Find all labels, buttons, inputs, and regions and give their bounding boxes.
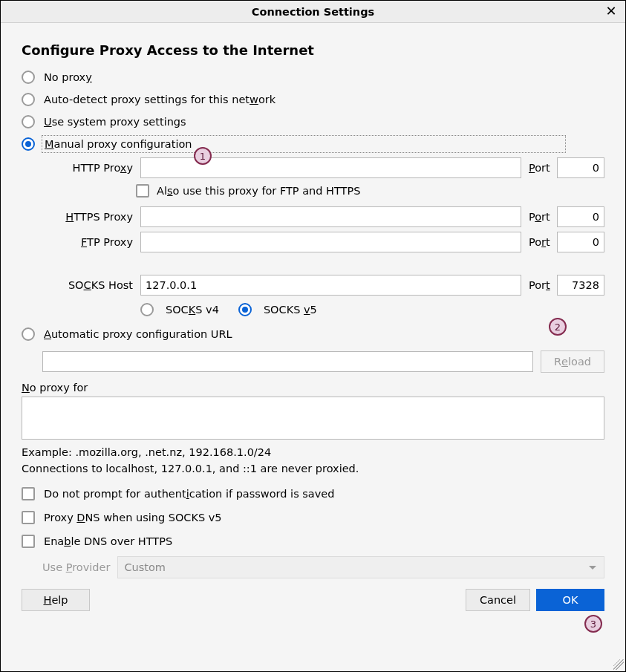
manual-proxy-grid: HTTP Proxy Port Also use this proxy for … <box>42 157 604 316</box>
checkbox-doh-label: Enable DNS over HTTPS <box>44 535 172 547</box>
radio-autodetect-label: Auto-detect proxy settings for this netw… <box>44 94 275 105</box>
radio-no-proxy[interactable] <box>22 71 35 84</box>
checkbox-no-prompt-auth[interactable] <box>22 487 35 500</box>
radio-autodetect[interactable] <box>22 93 35 106</box>
socks-port-input[interactable] <box>557 275 604 296</box>
ftp-port-label: Port <box>524 236 554 248</box>
provider-select: Custom <box>117 556 604 578</box>
radio-autoconf[interactable] <box>22 327 35 341</box>
socks-port-label: Port <box>524 279 554 291</box>
https-proxy-label: HTTPS Proxy <box>42 211 137 223</box>
ok-button[interactable]: OK <box>536 589 604 611</box>
radio-system[interactable] <box>22 115 35 128</box>
http-port-label: Port <box>524 162 554 174</box>
http-port-input[interactable] <box>557 157 604 178</box>
radio-socks-v5-label: SOCKS v5 <box>264 304 317 316</box>
ftp-proxy-input[interactable] <box>140 232 521 252</box>
http-proxy-label: HTTP Proxy <box>42 162 137 174</box>
autoconf-url-input <box>42 351 533 372</box>
radio-socks-v5[interactable] <box>238 303 252 316</box>
radio-manual-label: Manual proxy configuration <box>44 137 564 151</box>
window-title: Connection Settings <box>252 6 374 18</box>
help-button[interactable]: Help <box>22 589 90 611</box>
radio-autoconf-label: Automatic proxy configuration URL <box>44 328 232 340</box>
no-proxy-for-label: No proxy for <box>22 382 604 394</box>
marker-1: 1 <box>194 147 212 165</box>
no-proxy-note: Connections to localhost, 127.0.0.1, and… <box>22 463 604 474</box>
radio-socks-v4[interactable] <box>140 303 154 316</box>
https-port-label: Port <box>524 211 554 223</box>
close-icon[interactable]: ✕ <box>603 3 619 19</box>
checkbox-no-prompt-auth-label: Do not prompt for authentication if pass… <box>44 488 334 500</box>
no-proxy-for-textarea[interactable] <box>22 397 604 440</box>
titlebar: Connection Settings ✕ <box>1 1 625 23</box>
https-port-input[interactable] <box>557 206 604 227</box>
radio-system-label: Use system proxy settings <box>44 116 186 128</box>
radio-manual[interactable] <box>22 137 35 151</box>
ftp-port-input[interactable] <box>557 232 604 252</box>
dialog-heading: Configure Proxy Access to the Internet <box>22 42 604 58</box>
no-proxy-example: Example: .mozilla.org, .net.nz, 192.168.… <box>22 446 604 458</box>
socks-host-input[interactable] <box>140 275 521 296</box>
radio-no-proxy-label: No proxy <box>44 71 92 83</box>
ftp-proxy-label: FTP Proxy <box>42 236 137 248</box>
dialog-content: Configure Proxy Access to the Internet N… <box>1 23 625 671</box>
marker-2: 2 <box>549 318 567 336</box>
checkbox-proxy-dns[interactable] <box>22 511 35 524</box>
https-proxy-input[interactable] <box>140 206 521 227</box>
checkbox-also-ftp-https-label: Also use this proxy for FTP and HTTPS <box>157 185 360 197</box>
resize-grip-icon[interactable] <box>613 659 624 670</box>
radio-socks-v4-label: SOCKS v4 <box>166 304 219 316</box>
cancel-button[interactable]: Cancel <box>466 589 530 611</box>
checkbox-doh[interactable] <box>22 535 35 548</box>
checkbox-also-ftp-https[interactable] <box>136 184 149 198</box>
provider-label: Use Provider <box>42 561 110 573</box>
socks-host-label: SOCKS Host <box>42 279 137 291</box>
checkbox-proxy-dns-label: Proxy DNS when using SOCKS v5 <box>44 512 222 523</box>
reload-button: Reload <box>541 350 604 373</box>
marker-3: 3 <box>584 615 602 633</box>
